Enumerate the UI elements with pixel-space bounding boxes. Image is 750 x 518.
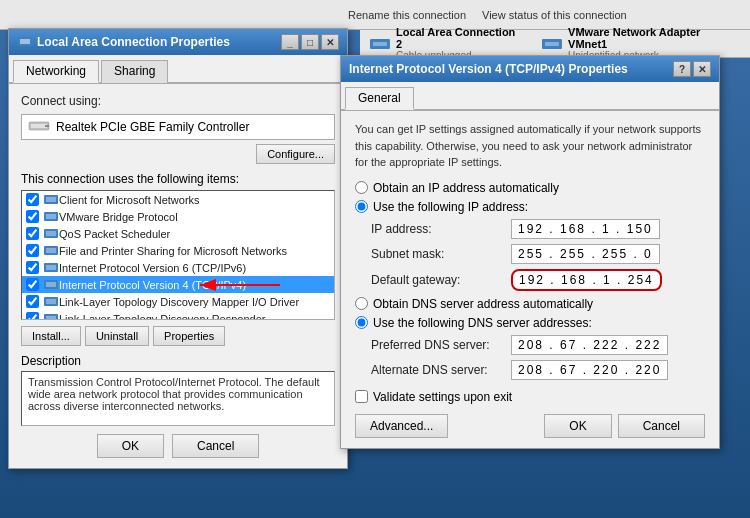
- adapter2-name: Local Area Connection 2: [396, 26, 524, 50]
- install-button[interactable]: Install...: [21, 326, 81, 346]
- radio-manual-dns[interactable]: [355, 316, 368, 329]
- radio-manual-ip[interactable]: [355, 200, 368, 213]
- uninstall-button[interactable]: Uninstall: [85, 326, 149, 346]
- list-item-qos-label: QoS Packet Scheduler: [59, 228, 170, 240]
- gateway-value[interactable]: 192 . 168 . 1 . 254: [511, 269, 662, 291]
- nic-icon: [28, 119, 50, 135]
- network-adapters-bar: Local Area Connection 2 Cable unplugged …: [360, 30, 750, 58]
- svg-rect-18: [46, 265, 56, 270]
- local-window-title-text: Local Area Connection Properties: [37, 35, 230, 49]
- checkbox-file-printer[interactable]: [26, 244, 39, 257]
- local-properties-button[interactable]: Properties: [153, 326, 225, 346]
- subnet-value[interactable]: 255 . 255 . 255 . 0: [511, 244, 660, 264]
- checkbox-lldp-mapper[interactable]: [26, 295, 39, 308]
- alternate-dns-value[interactable]: 208 . 67 . 220 . 220: [511, 360, 668, 380]
- svg-rect-14: [46, 231, 56, 236]
- svg-rect-22: [46, 299, 56, 304]
- radio-auto-dns-label: Obtain DNS server address automatically: [373, 297, 593, 311]
- list-item-ipv6-label: Internet Protocol Version 6 (TCP/IPv6): [59, 262, 246, 274]
- tcp-button-row: Advanced... OK Cancel: [355, 414, 705, 438]
- advanced-button[interactable]: Advanced...: [355, 414, 448, 438]
- local-btn-row: Install... Uninstall Properties: [21, 326, 335, 346]
- local-maximize-button[interactable]: □: [301, 34, 319, 50]
- tcp-ok-button[interactable]: OK: [544, 414, 611, 438]
- gateway-label: Default gateway:: [371, 273, 511, 287]
- checkbox-client-networks[interactable]: [26, 193, 39, 206]
- list-item-qos[interactable]: QoS Packet Scheduler: [22, 225, 334, 242]
- local-window-title-bar[interactable]: Local Area Connection Properties _ □ ✕: [9, 29, 347, 55]
- network-bar-text-rename[interactable]: Rename this connection: [348, 9, 466, 21]
- ip-address-row: IP address: 192 . 168 . 1 . 150: [371, 219, 705, 239]
- radio-auto-dns[interactable]: [355, 297, 368, 310]
- ip-address-value[interactable]: 192 . 168 . 1 . 150: [511, 219, 660, 239]
- ip-fields-section: IP address: 192 . 168 . 1 . 150 Subnet m…: [371, 219, 705, 291]
- radio-manual-dns-label: Use the following DNS server addresses:: [373, 316, 592, 330]
- tcp-help-button[interactable]: ?: [673, 61, 691, 77]
- vmnet1-name: VMware Network Adapter VMnet1: [568, 26, 742, 50]
- svg-rect-7: [31, 124, 47, 128]
- validate-row[interactable]: Validate settings upon exit: [355, 390, 705, 404]
- list-item-client-networks[interactable]: Client for Microsoft Networks: [22, 191, 334, 208]
- tcp-window-title-bar[interactable]: Internet Protocol Version 4 (TCP/IPv4) P…: [341, 56, 719, 82]
- client-networks-icon: [43, 194, 59, 206]
- local-window-content: Connect using: Realtek PCIe GBE Family C…: [9, 84, 347, 468]
- tcp-window-title-text: Internet Protocol Version 4 (TCP/IPv4) P…: [349, 62, 628, 76]
- validate-label: Validate settings upon exit: [373, 390, 512, 404]
- alternate-dns-label: Alternate DNS server:: [371, 363, 511, 377]
- local-ok-button[interactable]: OK: [97, 434, 164, 458]
- local-minimize-button[interactable]: _: [281, 34, 299, 50]
- list-item-lldp-mapper[interactable]: Link-Layer Topology Discovery Mapper I/O…: [22, 293, 334, 310]
- description-text: Transmission Control Protocol/Internet P…: [21, 371, 335, 426]
- tcp-cancel-button[interactable]: Cancel: [618, 414, 705, 438]
- radio-auto-ip-label: Obtain an IP address automatically: [373, 181, 559, 195]
- vmnet-adapter-icon: [540, 35, 564, 53]
- list-item-lldp-responder-label: Link-Layer Topology Discovery Responder: [59, 313, 265, 321]
- preferred-dns-label: Preferred DNS server:: [371, 338, 511, 352]
- vmware-bridge-icon: [43, 211, 59, 223]
- local-close-button[interactable]: ✕: [321, 34, 339, 50]
- list-item-vmware-bridge[interactable]: VMware Bridge Protocol: [22, 208, 334, 225]
- list-item-ipv6[interactable]: Internet Protocol Version 6 (TCP/IPv6): [22, 259, 334, 276]
- tab-networking[interactable]: Networking: [13, 60, 99, 83]
- radio-manual-ip-row[interactable]: Use the following IP address:: [355, 200, 705, 214]
- ipv6-icon: [43, 262, 59, 274]
- svg-rect-24: [46, 316, 56, 321]
- checkbox-lldp-responder[interactable]: [26, 312, 39, 320]
- checkbox-qos[interactable]: [26, 227, 39, 240]
- radio-auto-ip-row[interactable]: Obtain an IP address automatically: [355, 181, 705, 195]
- dns-section: Obtain DNS server address automatically …: [355, 297, 705, 380]
- description-label: Description: [21, 354, 335, 368]
- nic-name: Realtek PCIe GBE Family Controller: [56, 120, 249, 134]
- tcp-description: You can get IP settings assigned automat…: [355, 121, 705, 171]
- checkbox-ipv6[interactable]: [26, 261, 39, 274]
- tcp-window-content: You can get IP settings assigned automat…: [341, 111, 719, 448]
- local-cancel-button[interactable]: Cancel: [172, 434, 259, 458]
- list-item-ipv4[interactable]: Internet Protocol Version 4 (TCP/IPv4): [22, 276, 334, 293]
- list-item-lldp-responder[interactable]: Link-Layer Topology Discovery Responder: [22, 310, 334, 320]
- radio-manual-dns-row[interactable]: Use the following DNS server addresses:: [355, 316, 705, 330]
- gateway-row: Default gateway: 192 . 168 . 1 . 254: [371, 269, 705, 291]
- checkbox-ipv4[interactable]: [26, 278, 39, 291]
- svg-rect-1: [373, 42, 387, 46]
- svg-rect-10: [46, 197, 56, 202]
- configure-button[interactable]: Configure...: [256, 144, 335, 164]
- dns-fields-section: Preferred DNS server: 208 . 67 . 222 . 2…: [371, 335, 705, 380]
- file-printer-icon: [43, 245, 59, 257]
- local-window-icon: [17, 34, 33, 50]
- checkbox-vmware-bridge[interactable]: [26, 210, 39, 223]
- tcp-close-button[interactable]: ✕: [693, 61, 711, 77]
- svg-rect-8: [45, 125, 49, 127]
- radio-auto-ip[interactable]: [355, 181, 368, 194]
- radio-auto-dns-row[interactable]: Obtain DNS server address automatically: [355, 297, 705, 311]
- tab-general[interactable]: General: [345, 87, 414, 110]
- validate-checkbox[interactable]: [355, 390, 368, 403]
- list-item-vmware-bridge-label: VMware Bridge Protocol: [59, 211, 178, 223]
- tab-sharing[interactable]: Sharing: [101, 60, 168, 83]
- list-item-file-printer[interactable]: File and Printer Sharing for Microsoft N…: [22, 242, 334, 259]
- qos-icon: [43, 228, 59, 240]
- list-item-client-networks-label: Client for Microsoft Networks: [59, 194, 200, 206]
- preferred-dns-value[interactable]: 208 . 67 . 222 . 222: [511, 335, 668, 355]
- network-bar-text-status[interactable]: View status of this connection: [482, 9, 627, 21]
- items-list: Client for Microsoft Networks VMware Bri…: [21, 190, 335, 320]
- local-area-connection-window: Local Area Connection Properties _ □ ✕ N…: [8, 28, 348, 469]
